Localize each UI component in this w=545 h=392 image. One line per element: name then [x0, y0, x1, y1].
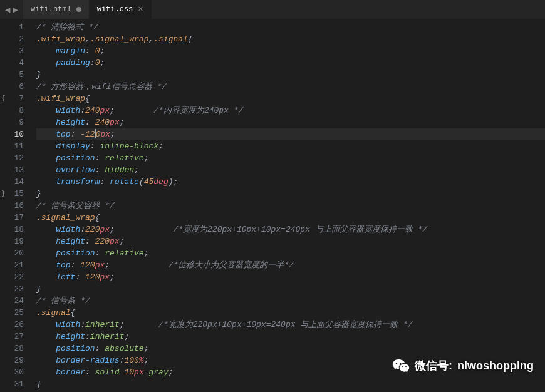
tab-label: wifi.html — [31, 5, 71, 14]
line-number[interactable]: 17 — [0, 212, 24, 224]
line-number[interactable]: 21 — [0, 259, 24, 271]
code-line[interactable]: /* 信号条 */ — [36, 295, 545, 307]
code-line[interactable]: width:220px; /*宽度为220px+10px+10px=240px … — [36, 224, 545, 235]
tab-bar: ◀ ▶ wifi.htmlwifi.css× — [0, 0, 545, 19]
code-line[interactable]: .signal_wrap{ — [36, 212, 545, 224]
modified-dot-icon — [76, 7, 81, 12]
code-line[interactable]: } — [36, 378, 545, 390]
code-line[interactable]: top: 120px; /*位移大小为父容器宽度的一半*/ — [36, 259, 545, 271]
line-number[interactable]: 14 — [0, 176, 24, 188]
line-number[interactable]: 31 — [0, 378, 24, 390]
line-number[interactable]: 30 — [0, 366, 24, 378]
line-number[interactable]: 19 — [0, 235, 24, 247]
nav-back-icon[interactable]: ◀ — [5, 4, 10, 15]
line-number[interactable]: }15 — [0, 188, 24, 200]
line-number[interactable]: 18 — [0, 224, 24, 235]
line-number[interactable]: 4 — [0, 57, 24, 69]
code-line[interactable]: height:inherit; — [36, 331, 545, 343]
line-number[interactable]: 23 — [0, 283, 24, 295]
line-number[interactable]: 20 — [0, 247, 24, 259]
code-line[interactable]: } — [36, 69, 545, 81]
code-line[interactable]: width:240px; /*内容宽度为240px */ — [36, 105, 545, 116]
line-number[interactable]: 29 — [0, 354, 24, 366]
line-number[interactable]: 16 — [0, 200, 24, 212]
editor: 123456{7891011121314}1516171819202122232… — [0, 19, 545, 392]
tab-wifi-css[interactable]: wifi.css× — [90, 0, 152, 19]
code-line[interactable]: display: inline-block; — [36, 140, 545, 152]
line-number-gutter: 123456{7891011121314}1516171819202122232… — [0, 19, 31, 392]
line-number[interactable]: 1 — [0, 21, 24, 33]
fold-close-icon[interactable]: } — [1, 188, 6, 200]
watermark-id: niwoshopping — [457, 359, 534, 373]
code-line[interactable]: position: relative; — [36, 152, 545, 164]
line-number[interactable]: 8 — [0, 105, 24, 116]
close-icon[interactable]: × — [138, 5, 143, 14]
code-line[interactable]: overflow: hidden; — [36, 164, 545, 176]
line-number[interactable]: 3 — [0, 45, 24, 57]
tab-label: wifi.css — [97, 5, 133, 14]
line-number[interactable]: 10 — [0, 128, 24, 140]
code-line[interactable]: } — [36, 283, 545, 295]
line-number[interactable]: 5 — [0, 69, 24, 81]
line-number[interactable]: 11 — [0, 140, 24, 152]
code-line[interactable]: /* 方形容器，wifi信号总容器 */ — [36, 81, 545, 93]
watermark-prefix: 微信号: — [415, 358, 452, 373]
fold-open-icon[interactable]: { — [1, 93, 6, 105]
code-line[interactable]: } — [36, 188, 545, 200]
line-number[interactable]: 22 — [0, 271, 24, 283]
line-number[interactable]: 27 — [0, 331, 24, 343]
line-number[interactable]: 6 — [0, 81, 24, 93]
code-line[interactable]: padding:0; — [36, 57, 545, 69]
line-number[interactable]: 2 — [0, 33, 24, 45]
code-line[interactable]: left: 120px; — [36, 271, 545, 283]
code-line[interactable]: position: relative; — [36, 247, 545, 259]
code-line[interactable]: /* 信号条父容器 */ — [36, 200, 545, 212]
code-line[interactable]: /* 清除格式 */ — [36, 21, 545, 33]
tab-wifi-html[interactable]: wifi.html — [23, 0, 90, 19]
line-number[interactable]: 13 — [0, 164, 24, 176]
code-line[interactable]: width:inherit; /*宽度为220px+10px+10px=240p… — [36, 319, 545, 331]
nav-arrows: ◀ ▶ — [0, 4, 23, 15]
code-line[interactable]: top: -120px; — [36, 128, 545, 140]
line-number[interactable]: 9 — [0, 116, 24, 128]
code-area[interactable]: /* 清除格式 */.wifi_wrap,.signal_wrap,.signa… — [31, 19, 545, 392]
code-line[interactable]: height: 220px; — [36, 235, 545, 247]
watermark: 微信号: niwoshopping — [392, 358, 534, 373]
code-line[interactable]: position: absolute; — [36, 343, 545, 354]
code-line[interactable]: .wifi_wrap{ — [36, 93, 545, 105]
code-line[interactable]: .signal{ — [36, 307, 545, 319]
code-line[interactable]: margin: 0; — [36, 45, 545, 57]
line-number[interactable]: 25 — [0, 307, 24, 319]
line-number[interactable]: 12 — [0, 152, 24, 164]
nav-forward-icon[interactable]: ▶ — [13, 4, 18, 15]
code-line[interactable]: .wifi_wrap,.signal_wrap,.signal{ — [36, 33, 545, 45]
line-number[interactable]: 28 — [0, 343, 24, 354]
line-number[interactable]: 24 — [0, 295, 24, 307]
code-line[interactable]: height: 240px; — [36, 116, 545, 128]
code-line[interactable]: transform: rotate(45deg); — [36, 176, 545, 188]
line-number[interactable]: {7 — [0, 93, 24, 105]
wechat-icon — [392, 358, 410, 373]
line-number[interactable]: 26 — [0, 319, 24, 331]
